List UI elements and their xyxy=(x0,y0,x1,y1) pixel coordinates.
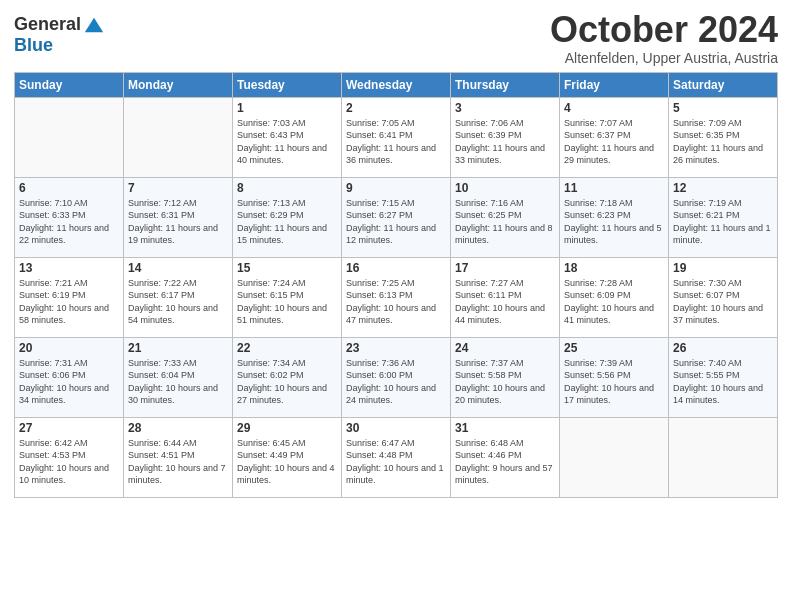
day-info: Sunrise: 7:05 AM Sunset: 6:41 PM Dayligh… xyxy=(346,117,446,167)
calendar-cell: 29Sunrise: 6:45 AM Sunset: 4:49 PM Dayli… xyxy=(233,417,342,497)
logo: General Blue xyxy=(14,14,105,56)
day-info: Sunrise: 7:07 AM Sunset: 6:37 PM Dayligh… xyxy=(564,117,664,167)
weekday-header: Sunday xyxy=(15,72,124,97)
calendar-cell: 28Sunrise: 6:44 AM Sunset: 4:51 PM Dayli… xyxy=(124,417,233,497)
calendar-cell: 13Sunrise: 7:21 AM Sunset: 6:19 PM Dayli… xyxy=(15,257,124,337)
day-info: Sunrise: 7:30 AM Sunset: 6:07 PM Dayligh… xyxy=(673,277,773,327)
day-number: 20 xyxy=(19,341,119,355)
weekday-header: Tuesday xyxy=(233,72,342,97)
calendar-cell: 9Sunrise: 7:15 AM Sunset: 6:27 PM Daylig… xyxy=(342,177,451,257)
location-subtitle: Altenfelden, Upper Austria, Austria xyxy=(550,50,778,66)
day-info: Sunrise: 7:27 AM Sunset: 6:11 PM Dayligh… xyxy=(455,277,555,327)
calendar-cell: 5Sunrise: 7:09 AM Sunset: 6:35 PM Daylig… xyxy=(669,97,778,177)
day-info: Sunrise: 7:19 AM Sunset: 6:21 PM Dayligh… xyxy=(673,197,773,247)
day-info: Sunrise: 6:48 AM Sunset: 4:46 PM Dayligh… xyxy=(455,437,555,487)
calendar-cell xyxy=(669,417,778,497)
calendar-cell: 24Sunrise: 7:37 AM Sunset: 5:58 PM Dayli… xyxy=(451,337,560,417)
day-number: 27 xyxy=(19,421,119,435)
logo-general: General xyxy=(14,15,81,35)
day-info: Sunrise: 7:33 AM Sunset: 6:04 PM Dayligh… xyxy=(128,357,228,407)
day-info: Sunrise: 7:34 AM Sunset: 6:02 PM Dayligh… xyxy=(237,357,337,407)
weekday-header: Saturday xyxy=(669,72,778,97)
calendar-week-row: 27Sunrise: 6:42 AM Sunset: 4:53 PM Dayli… xyxy=(15,417,778,497)
svg-marker-0 xyxy=(85,18,103,33)
calendar-cell: 16Sunrise: 7:25 AM Sunset: 6:13 PM Dayli… xyxy=(342,257,451,337)
day-number: 24 xyxy=(455,341,555,355)
day-number: 10 xyxy=(455,181,555,195)
logo-icon xyxy=(83,14,105,36)
calendar-cell: 2Sunrise: 7:05 AM Sunset: 6:41 PM Daylig… xyxy=(342,97,451,177)
calendar-cell: 8Sunrise: 7:13 AM Sunset: 6:29 PM Daylig… xyxy=(233,177,342,257)
day-info: Sunrise: 7:37 AM Sunset: 5:58 PM Dayligh… xyxy=(455,357,555,407)
day-number: 11 xyxy=(564,181,664,195)
day-info: Sunrise: 6:47 AM Sunset: 4:48 PM Dayligh… xyxy=(346,437,446,487)
weekday-header: Wednesday xyxy=(342,72,451,97)
day-info: Sunrise: 7:13 AM Sunset: 6:29 PM Dayligh… xyxy=(237,197,337,247)
logo-blue: Blue xyxy=(14,35,53,55)
weekday-header: Thursday xyxy=(451,72,560,97)
calendar-cell: 23Sunrise: 7:36 AM Sunset: 6:00 PM Dayli… xyxy=(342,337,451,417)
weekday-header: Friday xyxy=(560,72,669,97)
calendar-week-row: 13Sunrise: 7:21 AM Sunset: 6:19 PM Dayli… xyxy=(15,257,778,337)
day-number: 13 xyxy=(19,261,119,275)
calendar-week-row: 20Sunrise: 7:31 AM Sunset: 6:06 PM Dayli… xyxy=(15,337,778,417)
calendar-cell: 11Sunrise: 7:18 AM Sunset: 6:23 PM Dayli… xyxy=(560,177,669,257)
day-number: 9 xyxy=(346,181,446,195)
day-info: Sunrise: 7:03 AM Sunset: 6:43 PM Dayligh… xyxy=(237,117,337,167)
weekday-header: Monday xyxy=(124,72,233,97)
calendar-cell: 30Sunrise: 6:47 AM Sunset: 4:48 PM Dayli… xyxy=(342,417,451,497)
day-info: Sunrise: 7:12 AM Sunset: 6:31 PM Dayligh… xyxy=(128,197,228,247)
calendar-cell: 12Sunrise: 7:19 AM Sunset: 6:21 PM Dayli… xyxy=(669,177,778,257)
day-number: 25 xyxy=(564,341,664,355)
day-number: 21 xyxy=(128,341,228,355)
day-number: 29 xyxy=(237,421,337,435)
calendar-table: SundayMondayTuesdayWednesdayThursdayFrid… xyxy=(14,72,778,498)
calendar-cell: 3Sunrise: 7:06 AM Sunset: 6:39 PM Daylig… xyxy=(451,97,560,177)
day-info: Sunrise: 7:16 AM Sunset: 6:25 PM Dayligh… xyxy=(455,197,555,247)
calendar-cell: 27Sunrise: 6:42 AM Sunset: 4:53 PM Dayli… xyxy=(15,417,124,497)
day-info: Sunrise: 7:25 AM Sunset: 6:13 PM Dayligh… xyxy=(346,277,446,327)
day-info: Sunrise: 7:40 AM Sunset: 5:55 PM Dayligh… xyxy=(673,357,773,407)
day-number: 28 xyxy=(128,421,228,435)
day-info: Sunrise: 6:45 AM Sunset: 4:49 PM Dayligh… xyxy=(237,437,337,487)
day-info: Sunrise: 7:24 AM Sunset: 6:15 PM Dayligh… xyxy=(237,277,337,327)
day-number: 3 xyxy=(455,101,555,115)
calendar-cell: 17Sunrise: 7:27 AM Sunset: 6:11 PM Dayli… xyxy=(451,257,560,337)
calendar-cell: 20Sunrise: 7:31 AM Sunset: 6:06 PM Dayli… xyxy=(15,337,124,417)
calendar-cell: 1Sunrise: 7:03 AM Sunset: 6:43 PM Daylig… xyxy=(233,97,342,177)
day-info: Sunrise: 7:36 AM Sunset: 6:00 PM Dayligh… xyxy=(346,357,446,407)
day-number: 5 xyxy=(673,101,773,115)
day-info: Sunrise: 7:09 AM Sunset: 6:35 PM Dayligh… xyxy=(673,117,773,167)
day-info: Sunrise: 6:42 AM Sunset: 4:53 PM Dayligh… xyxy=(19,437,119,487)
title-block: October 2024 Altenfelden, Upper Austria,… xyxy=(550,10,778,66)
calendar-header-row: SundayMondayTuesdayWednesdayThursdayFrid… xyxy=(15,72,778,97)
day-number: 26 xyxy=(673,341,773,355)
day-info: Sunrise: 7:06 AM Sunset: 6:39 PM Dayligh… xyxy=(455,117,555,167)
calendar-cell xyxy=(124,97,233,177)
calendar-cell: 19Sunrise: 7:30 AM Sunset: 6:07 PM Dayli… xyxy=(669,257,778,337)
day-number: 8 xyxy=(237,181,337,195)
day-number: 1 xyxy=(237,101,337,115)
day-info: Sunrise: 7:18 AM Sunset: 6:23 PM Dayligh… xyxy=(564,197,664,247)
day-number: 22 xyxy=(237,341,337,355)
day-number: 23 xyxy=(346,341,446,355)
calendar-cell xyxy=(15,97,124,177)
header: General Blue October 2024 Altenfelden, U… xyxy=(14,10,778,66)
month-title: October 2024 xyxy=(550,10,778,50)
calendar-cell: 26Sunrise: 7:40 AM Sunset: 5:55 PM Dayli… xyxy=(669,337,778,417)
day-number: 15 xyxy=(237,261,337,275)
day-number: 30 xyxy=(346,421,446,435)
page: General Blue October 2024 Altenfelden, U… xyxy=(0,0,792,508)
day-number: 6 xyxy=(19,181,119,195)
calendar-cell xyxy=(560,417,669,497)
day-info: Sunrise: 7:39 AM Sunset: 5:56 PM Dayligh… xyxy=(564,357,664,407)
calendar-cell: 14Sunrise: 7:22 AM Sunset: 6:17 PM Dayli… xyxy=(124,257,233,337)
calendar-cell: 15Sunrise: 7:24 AM Sunset: 6:15 PM Dayli… xyxy=(233,257,342,337)
calendar-week-row: 6Sunrise: 7:10 AM Sunset: 6:33 PM Daylig… xyxy=(15,177,778,257)
calendar-cell: 4Sunrise: 7:07 AM Sunset: 6:37 PM Daylig… xyxy=(560,97,669,177)
day-number: 31 xyxy=(455,421,555,435)
calendar-cell: 6Sunrise: 7:10 AM Sunset: 6:33 PM Daylig… xyxy=(15,177,124,257)
calendar-week-row: 1Sunrise: 7:03 AM Sunset: 6:43 PM Daylig… xyxy=(15,97,778,177)
day-number: 7 xyxy=(128,181,228,195)
calendar-cell: 22Sunrise: 7:34 AM Sunset: 6:02 PM Dayli… xyxy=(233,337,342,417)
